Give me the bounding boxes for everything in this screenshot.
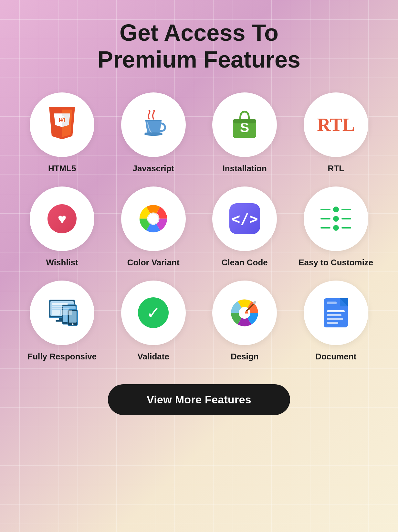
validate-icon: ✓ xyxy=(138,297,169,328)
feature-document: Document xyxy=(295,281,377,362)
svg-rect-26 xyxy=(52,310,60,315)
feature-clean-code: </> Clean Code xyxy=(204,186,286,268)
document-icon xyxy=(322,297,350,329)
svg-rect-23 xyxy=(52,303,68,305)
cleancode-icon: </> xyxy=(229,203,260,234)
heart-icon: ♥ xyxy=(58,210,67,228)
feature-design: Design xyxy=(204,281,286,362)
svg-rect-37 xyxy=(327,322,338,324)
feature-cleancode-label: Clean Code xyxy=(222,258,268,268)
feature-easy-customize: Easy to Customize xyxy=(295,186,377,268)
installation-icon: S xyxy=(230,109,259,141)
svg-rect-25 xyxy=(52,308,69,309)
feature-wishlist-circle: ♥ xyxy=(30,186,94,251)
feature-html5-label: HTML5 xyxy=(48,164,76,174)
feature-installation: S Installation xyxy=(204,92,286,174)
features-grid: 5 HTML5 Javascript xyxy=(21,92,377,362)
feature-javascript-label: Javascript xyxy=(132,164,174,174)
design-icon xyxy=(228,297,261,329)
slider-line-3 xyxy=(320,225,351,231)
svg-point-6 xyxy=(144,132,163,136)
feature-customize-label: Easy to Customize xyxy=(298,258,373,268)
feature-color-variant: Color Variant xyxy=(113,186,194,268)
feature-validate-circle: ✓ xyxy=(121,281,186,345)
svg-rect-24 xyxy=(52,306,63,307)
svg-text:5: 5 xyxy=(59,114,65,124)
page-title-line2: Premium Features xyxy=(98,46,300,73)
feature-colorvariant-circle xyxy=(121,186,186,251)
rtl-icon: RTL xyxy=(317,114,355,135)
wishlist-icon: ♥ xyxy=(47,204,77,233)
javascript-icon xyxy=(139,110,168,139)
checkmark-icon: ✓ xyxy=(146,303,161,323)
feature-javascript-circle xyxy=(121,92,186,157)
view-more-button[interactable]: View More Features xyxy=(108,384,290,415)
feature-javascript: Javascript xyxy=(113,92,194,174)
feature-validate-label: Validate xyxy=(138,352,169,362)
svg-rect-34 xyxy=(327,310,345,312)
responsive-icon xyxy=(43,298,81,327)
feature-wishlist-label: Wishlist xyxy=(46,258,78,268)
feature-installation-circle: S xyxy=(212,92,277,157)
slider-line-2 xyxy=(320,216,351,222)
feature-rtl-label: RTL xyxy=(328,164,344,174)
feature-colorvariant-label: Color Variant xyxy=(127,258,180,268)
feature-html5-circle: 5 xyxy=(30,92,94,157)
feature-installation-label: Installation xyxy=(223,164,267,174)
svg-point-22 xyxy=(72,323,74,325)
svg-rect-9 xyxy=(233,119,256,123)
feature-responsive-label: Fully Responsive xyxy=(27,352,97,362)
slider-line-1 xyxy=(320,207,351,212)
svg-rect-35 xyxy=(327,314,341,316)
svg-rect-36 xyxy=(327,318,343,320)
feature-responsive: Fully Responsive xyxy=(21,281,103,362)
feature-rtl: RTL RTL xyxy=(295,92,377,174)
feature-html5: 5 HTML5 xyxy=(21,92,103,174)
feature-responsive-circle xyxy=(30,281,94,345)
svg-point-11 xyxy=(147,213,160,225)
feature-customize-circle xyxy=(304,186,368,251)
svg-rect-38 xyxy=(327,302,337,304)
feature-validate: ✓ Validate xyxy=(113,281,194,362)
feature-design-label: Design xyxy=(231,352,259,362)
colorvariant-icon xyxy=(138,203,169,234)
feature-rtl-circle: RTL xyxy=(304,92,368,157)
feature-document-label: Document xyxy=(315,352,356,362)
page-title-line1: Get Access To xyxy=(98,19,300,46)
feature-wishlist: ♥ Wishlist xyxy=(21,186,103,268)
page-title-block: Get Access To Premium Features xyxy=(98,19,300,73)
feature-document-circle xyxy=(304,281,368,345)
html5-icon: 5 xyxy=(46,107,78,143)
svg-rect-27 xyxy=(61,310,72,315)
feature-cleancode-circle: </> xyxy=(212,186,277,251)
feature-design-circle xyxy=(212,281,277,345)
customize-icon xyxy=(320,207,351,231)
